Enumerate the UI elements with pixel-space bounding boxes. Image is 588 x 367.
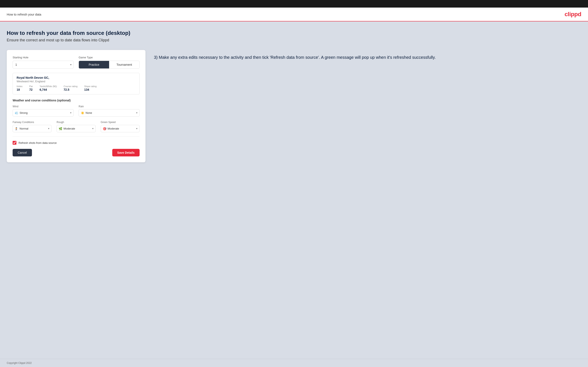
wind-select-wrapper: 💨 Strong ▾ <box>13 109 74 117</box>
wind-select[interactable]: Strong <box>13 109 74 117</box>
slope-rating-stat: Slope rating 134 <box>84 85 97 91</box>
course-location: Westward Ho!, England <box>17 80 136 83</box>
page-title: How to refresh your data from source (de… <box>7 30 581 36</box>
green-speed-select-wrapper: 🎯 Moderate ▾ <box>101 125 140 132</box>
form-card: Starting Hole 1 ▾ Game Type Practice Tou… <box>7 50 146 162</box>
starting-hole-wrapper: 1 ▾ <box>13 61 74 69</box>
green-speed-label: Green Speed <box>101 121 140 124</box>
holes-value: 18 <box>17 88 23 91</box>
content-row: Starting Hole 1 ▾ Game Type Practice Tou… <box>7 50 581 162</box>
conditions-row: Fairway Conditions 🏌️ Normal ▾ Rough 🌿 <box>13 121 140 132</box>
side-description: 3) Make any extra edits necessary to the… <box>154 54 581 60</box>
rough-label: Rough <box>57 121 95 124</box>
rough-select[interactable]: Moderate <box>57 125 95 132</box>
game-type-group: Game Type Practice Tournament <box>79 56 140 69</box>
yards-label: Yards/White (M)) <box>40 85 57 88</box>
slope-rating-value: 134 <box>84 88 97 91</box>
par-stat: Par 72 <box>29 85 33 91</box>
button-row: Cancel Save Details <box>13 149 140 156</box>
fairway-select[interactable]: Normal <box>13 125 52 132</box>
rain-select[interactable]: None <box>79 109 140 117</box>
rain-label: Rain <box>79 105 140 108</box>
practice-button[interactable]: Practice <box>79 61 109 68</box>
green-speed-group: Green Speed 🎯 Moderate ▾ <box>101 121 140 132</box>
main-content: How to refresh your data from source (de… <box>0 21 588 359</box>
wind-rain-row: Wind 💨 Strong ▾ Rain ☀️ None <box>13 105 140 117</box>
fairway-label: Fairway Conditions <box>13 121 52 124</box>
refresh-checkbox-label: Refresh shots from data source <box>18 141 57 144</box>
copyright-text: Copyright Clippd 2022 <box>7 362 32 365</box>
form-top-row: Starting Hole 1 ▾ Game Type Practice Tou… <box>13 56 140 69</box>
cancel-button[interactable]: Cancel <box>13 149 32 156</box>
course-rating-value: 72.5 <box>64 88 78 91</box>
rough-group: Rough 🌿 Moderate ▾ <box>57 121 95 132</box>
yards-stat: Yards/White (M)) 6,744 <box>40 85 57 91</box>
divider <box>13 136 140 137</box>
game-type-label: Game Type <box>79 56 140 59</box>
course-rating-stat: Course rating 72.5 <box>64 85 78 91</box>
rough-select-wrapper: 🌿 Moderate ▾ <box>57 125 95 132</box>
page-subheading: Ensure the correct and most up to date d… <box>7 38 581 42</box>
wind-group: Wind 💨 Strong ▾ <box>13 105 74 117</box>
course-rating-label: Course rating <box>64 85 78 88</box>
rain-group: Rain ☀️ None ▾ <box>79 105 140 117</box>
logo: clippd <box>565 11 581 18</box>
course-name: Royal North Devon GC, <box>17 76 136 79</box>
par-label: Par <box>29 85 33 88</box>
save-button[interactable]: Save Details <box>112 149 140 156</box>
fairway-select-wrapper: 🏌️ Normal ▾ <box>13 125 52 132</box>
footer: Copyright Clippd 2022 <box>0 359 588 367</box>
page-breadcrumb: How to refresh your data <box>7 13 41 16</box>
starting-hole-group: Starting Hole 1 ▾ <box>13 56 74 69</box>
header: How to refresh your data clippd <box>0 8 588 21</box>
holes-label: Holes <box>17 85 23 88</box>
starting-hole-label: Starting Hole <box>13 56 74 59</box>
par-value: 72 <box>29 88 33 91</box>
starting-hole-select[interactable]: 1 <box>13 61 74 69</box>
slope-rating-label: Slope rating <box>84 85 97 88</box>
game-type-toggle: Practice Tournament <box>79 61 140 69</box>
fairway-group: Fairway Conditions 🏌️ Normal ▾ <box>13 121 52 132</box>
wind-label: Wind <box>13 105 74 108</box>
course-info-box: Royal North Devon GC, Westward Ho!, Engl… <box>13 73 140 94</box>
refresh-checkbox-row: Refresh shots from data source <box>13 141 140 145</box>
course-stats: Holes 18 Par 72 Yards/White (M)) 6,744 C… <box>17 85 136 91</box>
conditions-title: Weather and course conditions (optional) <box>13 99 140 102</box>
refresh-checkbox[interactable] <box>13 141 16 145</box>
yards-value: 6,744 <box>40 88 57 91</box>
green-speed-select[interactable]: Moderate <box>101 125 140 132</box>
tournament-button[interactable]: Tournament <box>109 61 139 68</box>
holes-stat: Holes 18 <box>17 85 23 91</box>
rain-select-wrapper: ☀️ None ▾ <box>79 109 140 117</box>
side-description-container: 3) Make any extra edits necessary to the… <box>154 50 581 60</box>
